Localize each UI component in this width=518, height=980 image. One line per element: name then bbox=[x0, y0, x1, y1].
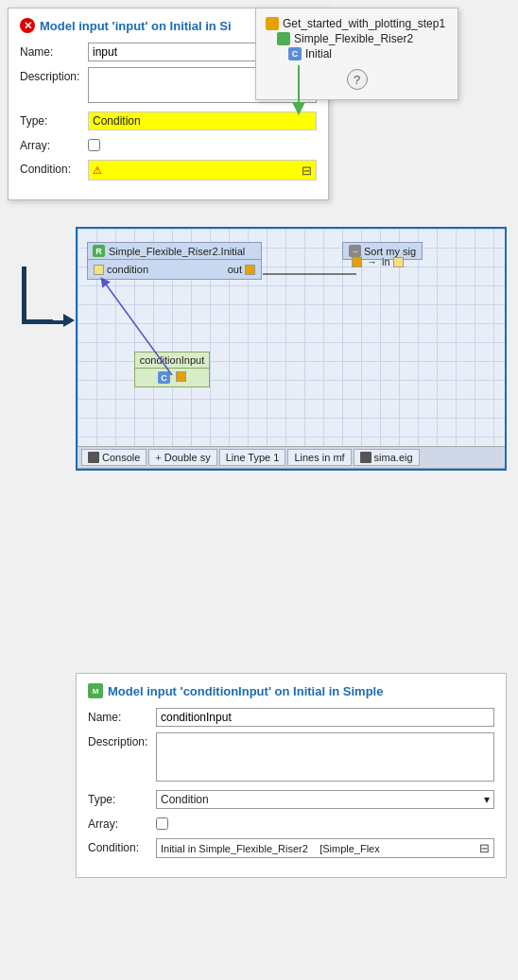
arrow-right-symbol: → bbox=[367, 256, 377, 267]
bottom-type-value: Condition bbox=[161, 793, 484, 806]
help-button[interactable]: ? bbox=[347, 69, 368, 90]
in-port-box bbox=[393, 257, 404, 267]
array-label: Array: bbox=[20, 136, 88, 152]
riser-node-label: Simple_Flexible_Riser2.Initial bbox=[109, 246, 245, 257]
r-badge: R bbox=[93, 245, 105, 257]
name-label: Name: bbox=[20, 43, 88, 59]
condition-input-header: conditionInput bbox=[135, 352, 209, 369]
bottom-model-icon: M bbox=[88, 683, 103, 698]
sima-icon bbox=[360, 452, 371, 463]
condition-port-box bbox=[94, 265, 104, 275]
arrow-head bbox=[63, 314, 75, 327]
type-label: Type: bbox=[20, 112, 88, 128]
bottom-panel-title: M Model input 'conditionInput' on Initia… bbox=[88, 683, 494, 698]
out-port-box bbox=[245, 265, 255, 275]
bottom-type-field: Condition ▾ bbox=[156, 790, 494, 809]
tree-item-1-label: Get_started_with_plotting_step1 bbox=[283, 17, 445, 30]
bottom-condition-row: Condition: Initial in Simple_Flexible_Ri… bbox=[88, 838, 494, 858]
bottom-description-input[interactable] bbox=[156, 732, 494, 782]
error-icon: ✕ bbox=[20, 18, 35, 33]
tab-line-type[interactable]: Line Type 1 bbox=[219, 449, 286, 466]
corner-arrow bbox=[9, 266, 43, 342]
diagram-panel: R Simple_Flexible_Riser2.Initial conditi… bbox=[76, 227, 507, 471]
tab-sima[interactable]: sima.eig bbox=[354, 449, 420, 466]
condition-input-label: conditionInput bbox=[140, 354, 205, 366]
type-value[interactable]: Condition bbox=[88, 112, 317, 130]
condition-input-ports: C bbox=[135, 369, 209, 387]
tree-item-1[interactable]: Get_started_with_plotting_step1 bbox=[266, 16, 448, 31]
condition-port-label: condition bbox=[107, 264, 148, 275]
out-port: out bbox=[228, 264, 255, 275]
c-badge: C bbox=[158, 371, 170, 384]
bottom-description-row: Description: bbox=[88, 732, 494, 784]
tab-console[interactable]: Console bbox=[81, 449, 147, 466]
tab-sima-label: sima.eig bbox=[374, 452, 413, 463]
bottom-name-field bbox=[156, 708, 494, 727]
bottom-condition-label: Condition: bbox=[88, 838, 156, 854]
condition-field: ⚠ ⊟ bbox=[88, 160, 317, 181]
top-panel-title-text: Model input 'input' on Initial in Si bbox=[40, 19, 232, 33]
riser-node-header: R Simple_Flexible_Riser2.Initial bbox=[88, 243, 261, 260]
bottom-type-label: Type: bbox=[88, 790, 156, 806]
in-port-box-left bbox=[352, 257, 362, 267]
dropdown-arrow-icon: ▾ bbox=[484, 793, 490, 806]
tree-item-3-label: Initial bbox=[305, 47, 332, 60]
tab-line-type-label: Line Type 1 bbox=[226, 452, 280, 463]
tree-item-3[interactable]: C Initial bbox=[266, 46, 448, 61]
bottom-array-field bbox=[156, 815, 494, 833]
tree-popup: Get_started_with_plotting_step1 Simple_F… bbox=[255, 8, 458, 100]
bottom-description-label: Description: bbox=[88, 732, 156, 748]
bottom-description-field bbox=[156, 732, 494, 784]
folder-icon-1 bbox=[266, 17, 279, 30]
bottom-array-label: Array: bbox=[88, 815, 156, 831]
bottom-model-input-panel: M Model input 'conditionInput' on Initia… bbox=[76, 673, 507, 878]
tab-bar: Console + Double sy Line Type 1 Lines in… bbox=[78, 446, 505, 469]
c-icon-3: C bbox=[288, 47, 302, 60]
tab-console-label: Console bbox=[102, 452, 140, 463]
arrow-horizontal bbox=[22, 320, 69, 324]
diagram-canvas[interactable]: R Simple_Flexible_Riser2.Initial conditi… bbox=[78, 229, 505, 446]
bottom-condition-edit-button[interactable]: ⊟ bbox=[479, 841, 490, 855]
arrow-vertical bbox=[22, 266, 26, 323]
bottom-panel-title-text: Model input 'conditionInput' on Initial … bbox=[108, 684, 383, 698]
bottom-array-checkbox[interactable] bbox=[156, 817, 168, 830]
type-field: Condition bbox=[88, 112, 317, 130]
condition-port: condition bbox=[94, 264, 148, 275]
description-label: Description: bbox=[20, 67, 88, 83]
tab-double-sy[interactable]: + Double sy bbox=[148, 449, 216, 466]
bottom-condition-value-row[interactable]: Initial in Simple_Flexible_Riser2 [Simpl… bbox=[156, 838, 494, 858]
plus-icon: + bbox=[155, 452, 161, 463]
condition-out-port bbox=[176, 371, 186, 382]
condition-input-node[interactable]: conditionInput C bbox=[134, 352, 210, 387]
condition-edit-button[interactable]: ⊟ bbox=[302, 163, 312, 178]
bottom-type-row: Type: Condition ▾ bbox=[88, 790, 494, 809]
type-row: Type: Condition bbox=[20, 112, 317, 130]
tab-lines-mf[interactable]: Lines in mf bbox=[287, 449, 351, 466]
condition-row: Condition: ⚠ ⊟ bbox=[20, 160, 317, 181]
tab-lines-mf-label: Lines in mf bbox=[294, 452, 344, 463]
riser-ports-row: condition out bbox=[88, 260, 261, 279]
bottom-type-dropdown[interactable]: Condition ▾ bbox=[156, 790, 494, 809]
bottom-name-label: Name: bbox=[88, 708, 156, 724]
riser-node[interactable]: R Simple_Flexible_Riser2.Initial conditi… bbox=[87, 242, 262, 280]
out-port-label: out bbox=[228, 264, 242, 275]
condition-error-icon: ⚠ bbox=[93, 164, 102, 177]
array-checkbox[interactable] bbox=[88, 139, 100, 151]
array-field bbox=[88, 136, 317, 154]
bottom-name-row: Name: bbox=[88, 708, 494, 727]
in-port-label: in bbox=[382, 256, 390, 267]
tree-item-2[interactable]: Simple_Flexible_Riser2 bbox=[266, 31, 448, 46]
bottom-name-input[interactable] bbox=[156, 708, 494, 727]
tab-double-sy-label: Double sy bbox=[164, 452, 211, 463]
tree-item-2-label: Simple_Flexible_Riser2 bbox=[294, 32, 413, 45]
green-icon-2 bbox=[277, 32, 290, 45]
bottom-condition-value: Initial in Simple_Flexible_Riser2 [Simpl… bbox=[161, 843, 475, 854]
sort-node-label: Sort my sig bbox=[364, 246, 416, 257]
in-port: → in bbox=[352, 256, 404, 267]
bottom-array-row: Array: bbox=[88, 815, 494, 833]
condition-value-row[interactable]: ⚠ ⊟ bbox=[88, 160, 317, 181]
console-icon bbox=[88, 452, 99, 463]
condition-label: Condition: bbox=[20, 160, 88, 176]
array-row: Array: bbox=[20, 136, 317, 154]
bottom-condition-field: Initial in Simple_Flexible_Riser2 [Simpl… bbox=[156, 838, 494, 858]
